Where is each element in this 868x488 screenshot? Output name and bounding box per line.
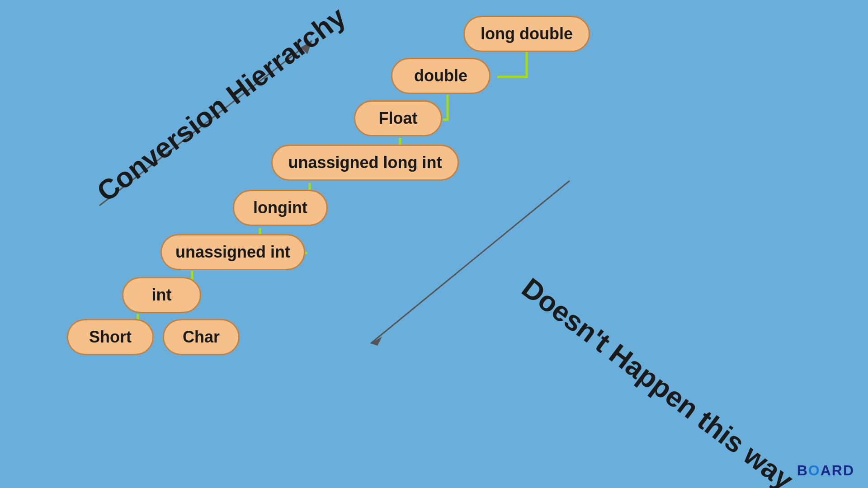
brand-logo: BOARD (797, 462, 854, 479)
node-unassigned-long-int: unassigned long int (271, 145, 459, 181)
node-longint: longint (233, 190, 328, 226)
node-int: int (122, 277, 201, 313)
doesnt-happen-label: Doesn't Happen this way (516, 272, 799, 488)
svg-line-2 (371, 181, 570, 343)
node-unassigned-int: unassigned int (160, 234, 305, 270)
node-double: double (391, 58, 491, 94)
node-long-double: long double (463, 16, 590, 52)
node-char: Char (163, 319, 240, 355)
node-short: Short (67, 319, 154, 355)
svg-marker-3 (371, 337, 382, 346)
node-float: Float (354, 100, 442, 136)
